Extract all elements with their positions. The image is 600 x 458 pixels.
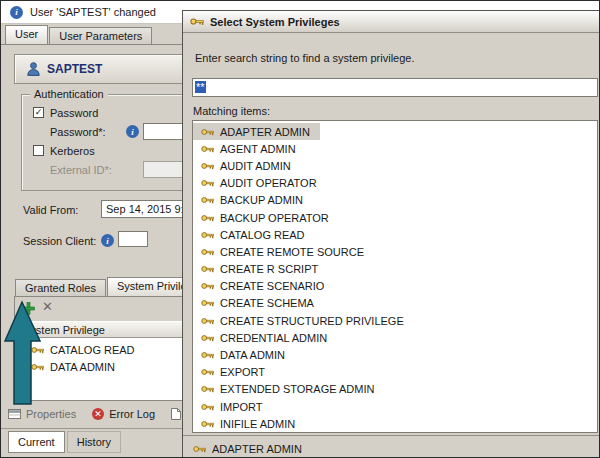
privilege-list-item[interactable]: CREATE REMOTE SOURCE	[193, 243, 374, 260]
privilege-list-item[interactable]: CREDENTIAL ADMIN	[193, 329, 337, 346]
error-log-icon: ✕	[92, 408, 104, 420]
privilege-list-item-label: EXPORT	[220, 366, 265, 378]
privilege-list-item-label: DATA ADMIN	[220, 349, 285, 361]
granted-privilege-label: DATA ADMIN	[50, 361, 115, 373]
authentication-group-title: Authentication	[30, 88, 108, 100]
privilege-list-item-label: CREATE SCHEMA	[220, 297, 314, 309]
kerberos-checkbox-label: Kerberos	[50, 145, 95, 157]
privilege-list-item[interactable]: DATA ADMIN	[193, 346, 295, 363]
job-icon	[171, 408, 181, 420]
key-icon	[201, 162, 214, 170]
privilege-list-item-label: AUDIT ADMIN	[220, 160, 291, 172]
info-icon: i	[10, 6, 23, 19]
session-client-info-icon: i	[101, 234, 114, 247]
key-icon	[201, 385, 214, 393]
valid-from-label: Valid From:	[23, 204, 78, 216]
privilege-list-item-label: CREATE R SCRIPT	[220, 263, 318, 275]
privilege-list-item[interactable]: INIFILE ADMIN	[193, 415, 305, 432]
tab-user-parameters[interactable]: User Parameters	[49, 27, 152, 45]
privilege-list-item-label: CREATE SCENARIO	[220, 280, 324, 292]
key-icon	[201, 420, 214, 428]
privilege-list-item[interactable]: CREATE SCHEMA	[193, 295, 324, 312]
privilege-list-item-label: ADAPTER ADMIN	[220, 126, 310, 138]
key-icon	[201, 128, 214, 136]
privilege-list-item[interactable]: AUDIT OPERATOR	[193, 175, 327, 192]
privilege-list-item[interactable]: CREATE SCENARIO	[193, 278, 334, 295]
privilege-list-item[interactable]: AGENT ADMIN	[193, 140, 306, 157]
search-input-value: **	[195, 81, 206, 93]
user-icon	[27, 62, 40, 76]
key-icon	[201, 145, 214, 153]
key-icon	[201, 179, 214, 187]
session-client-input[interactable]	[118, 231, 148, 247]
password-checkbox-label: Password	[50, 107, 98, 119]
key-icon	[201, 368, 214, 376]
privilege-list-item[interactable]: CREATE R SCRIPT	[193, 261, 328, 278]
privilege-list-item[interactable]: EXTENDED STORAGE ADMIN	[193, 381, 384, 398]
editor-tab-bar: User User Parameters	[5, 25, 153, 45]
selected-item-details: ADAPTER ADMIN	[183, 435, 600, 458]
privilege-list-item-label: CREDENTIAL ADMIN	[220, 332, 327, 344]
privilege-list-item[interactable]: BACKUP OPERATOR	[193, 209, 339, 226]
privilege-list-item-label: CATALOG READ	[220, 229, 305, 241]
search-input[interactable]: **	[192, 78, 598, 97]
key-icon	[201, 299, 214, 307]
key-icon	[190, 17, 204, 26]
key-icon	[201, 317, 214, 325]
tab-properties-label: Properties	[26, 408, 76, 420]
privilege-list-item[interactable]: ADAPTER ADMIN	[193, 123, 320, 140]
key-icon	[201, 231, 214, 239]
key-icon	[201, 334, 214, 342]
password-info-icon: i	[126, 125, 139, 138]
privilege-list-item[interactable]: BACKUP ADMIN	[193, 192, 313, 209]
tab-history[interactable]: History	[67, 431, 121, 453]
dialog-title-text: Select System Privileges	[210, 16, 340, 28]
key-icon	[201, 214, 214, 222]
privilege-list-item[interactable]: CREATE STRUCTURED PRIVILEGE	[193, 312, 414, 329]
privilege-list-item-label: IMPORT	[220, 401, 263, 413]
granted-privilege-label: CATALOG READ	[50, 344, 135, 356]
matching-items-label: Matching items:	[193, 105, 270, 117]
privilege-list-item[interactable]: EXPORT	[193, 364, 275, 381]
privilege-list-item-label: BACKUP OPERATOR	[220, 212, 329, 224]
key-icon	[201, 282, 214, 290]
key-icon	[201, 403, 214, 411]
key-icon	[201, 265, 214, 273]
annotation-arrow	[3, 298, 49, 408]
privilege-list-item-label: AGENT ADMIN	[220, 143, 296, 155]
session-client-label: Session Client:	[23, 235, 96, 247]
privilege-list-item[interactable]: AUDIT ADMIN	[193, 157, 301, 174]
tab-granted-roles[interactable]: Granted Roles	[15, 279, 106, 297]
privilege-list-item-label: EXTENDED STORAGE ADMIN	[220, 383, 374, 395]
tab-properties[interactable]: Properties	[8, 408, 76, 420]
matching-items-list: ADAPTER ADMIN AGENT ADMIN	[192, 120, 598, 433]
key-icon	[201, 351, 214, 359]
user-name: SAPTEST	[47, 62, 102, 76]
selected-item-label: ADAPTER ADMIN	[212, 443, 302, 455]
footer-tab-bar: Current History	[8, 431, 121, 453]
password-checkbox[interactable]: ✓	[33, 107, 44, 118]
password-field-label: Password*:	[50, 126, 106, 138]
privilege-list-item-label: BACKUP ADMIN	[220, 194, 303, 206]
privilege-list-item-label: AUDIT OPERATOR	[220, 177, 317, 189]
editor-message-text: User 'SAPTEST' changed	[30, 6, 156, 18]
key-icon	[201, 196, 214, 204]
external-id-label: External ID*:	[50, 164, 112, 176]
properties-icon	[8, 408, 21, 420]
screenshot-root: i User 'SAPTEST' changed User User Param…	[0, 0, 600, 458]
privilege-list-item-label: INIFILE ADMIN	[220, 418, 295, 430]
kerberos-checkbox[interactable]	[33, 145, 44, 156]
key-icon	[201, 248, 214, 256]
privilege-list-item[interactable]: IMPORT	[193, 398, 273, 415]
tab-error-log[interactable]: ✕ Error Log	[92, 408, 155, 420]
privilege-list-item[interactable]: CATALOG READ	[193, 226, 315, 243]
dialog-instruction: Enter search string to find a system pri…	[195, 52, 414, 64]
checkmark-icon: ✓	[35, 108, 43, 117]
key-icon	[193, 445, 206, 453]
privilege-list-item-label: CREATE REMOTE SOURCE	[220, 246, 364, 258]
select-system-privileges-dialog: Select System Privileges Enter search st…	[182, 10, 600, 458]
privilege-list-item-label: CREATE STRUCTURED PRIVILEGE	[220, 315, 404, 327]
dialog-title-bar: Select System Privileges	[183, 11, 600, 33]
tab-user[interactable]: User	[5, 25, 48, 45]
tab-current[interactable]: Current	[8, 431, 65, 453]
